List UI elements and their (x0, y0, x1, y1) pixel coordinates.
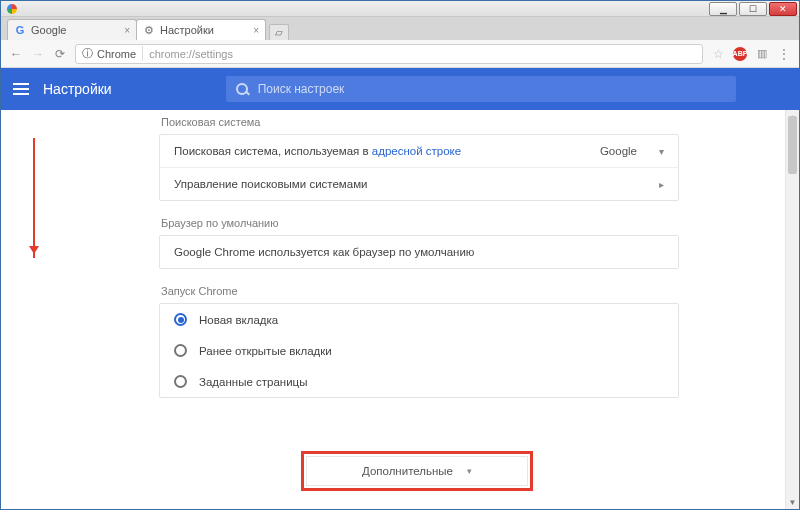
card-startup: Новая вкладка Ранее открытые вкладки Зад… (159, 303, 679, 398)
radio-icon (174, 344, 187, 357)
google-favicon: G (14, 24, 26, 36)
row-label-prefix: Поисковая система, используемая в (174, 145, 372, 157)
search-input[interactable] (258, 82, 726, 96)
startup-option-continue[interactable]: Ранее открытые вкладки (160, 335, 678, 366)
forward-icon[interactable]: → (31, 47, 45, 61)
address-bar-link[interactable]: адресной строке (372, 145, 461, 157)
advanced-label: Дополнительные (362, 465, 453, 477)
startup-option-specific-pages[interactable]: Заданные страницы (160, 366, 678, 397)
row-search-engine-select[interactable]: Поисковая система, используемая в адресн… (160, 135, 678, 167)
close-icon[interactable]: × (124, 25, 130, 36)
address-bar[interactable]: ⓘ Chrome chrome://settings (75, 44, 703, 64)
row-default-browser-status: Google Chrome используется как браузер п… (160, 236, 678, 268)
option-label: Заданные страницы (199, 376, 307, 388)
chevron-right-icon: ▸ (659, 179, 664, 190)
settings-search[interactable] (226, 76, 736, 102)
menu-icon[interactable]: ⋮ (777, 47, 791, 61)
scheme-chip: ⓘ Chrome (82, 46, 143, 61)
annotation-highlight-box: Дополнительные ▾ (301, 451, 533, 491)
advanced-button[interactable]: Дополнительные ▾ (362, 465, 472, 477)
star-icon[interactable]: ☆ (711, 47, 725, 61)
new-tab-button[interactable]: ▱ (269, 24, 289, 40)
row-label: Управление поисковыми системами (174, 178, 367, 190)
status-text: Google Chrome используется как браузер п… (174, 246, 474, 258)
scheme-label: Chrome (97, 48, 136, 60)
radio-icon (174, 375, 187, 388)
tab-label: Настройки (160, 24, 214, 36)
settings-header: Настройки (1, 68, 799, 110)
window-titlebar: ▁ ☐ ✕ (1, 1, 799, 17)
tab-strip: G Google × ⚙ Настройки × ▱ (1, 17, 799, 40)
annotation-arrow (33, 138, 35, 258)
titlebar-left (3, 4, 707, 14)
chrome-app-icon (7, 4, 17, 14)
card-default-browser: Google Chrome используется как браузер п… (159, 235, 679, 269)
radio-icon (174, 313, 187, 326)
card-search-engine: Поисковая система, используемая в адресн… (159, 134, 679, 201)
settings-content: ▲ ▼ Поисковая система Поисковая система,… (1, 110, 799, 509)
startup-option-new-tab[interactable]: Новая вкладка (160, 304, 678, 335)
window-minimize-button[interactable]: ▁ (709, 2, 737, 16)
search-engine-dropdown[interactable]: Google ▾ (600, 145, 664, 157)
vertical-scrollbar[interactable]: ▲ ▼ (785, 110, 799, 509)
section-title-search-engine: Поисковая система (161, 116, 679, 128)
tab-google[interactable]: G Google × (7, 19, 137, 40)
info-icon: ⓘ (82, 46, 93, 61)
browser-toolbar: ← → ⟳ ⓘ Chrome chrome://settings ☆ ABP ▥… (1, 40, 799, 68)
window-frame: ▁ ☐ ✕ G Google × ⚙ Настройки × ▱ ← → ⟳ ⓘ… (0, 0, 800, 510)
page-title: Настройки (43, 81, 112, 97)
chevron-down-icon: ▾ (467, 466, 472, 476)
dropdown-value: Google (600, 145, 637, 157)
extension-icon[interactable]: ▥ (755, 47, 769, 61)
search-icon (236, 83, 248, 95)
abp-extension-icon[interactable]: ABP (733, 47, 747, 61)
gear-icon: ⚙ (143, 24, 155, 36)
option-label: Ранее открытые вкладки (199, 345, 332, 357)
section-title-startup: Запуск Chrome (161, 285, 679, 297)
option-label: Новая вкладка (199, 314, 278, 326)
scroll-thumb[interactable] (788, 116, 797, 174)
row-manage-search-engines[interactable]: Управление поисковыми системами ▸ (160, 167, 678, 200)
window-maximize-button[interactable]: ☐ (739, 2, 767, 16)
hamburger-icon[interactable] (13, 83, 29, 95)
url-text: chrome://settings (149, 48, 233, 60)
reload-icon[interactable]: ⟳ (53, 47, 67, 61)
window-close-button[interactable]: ✕ (769, 2, 797, 16)
close-icon[interactable]: × (253, 25, 259, 36)
chevron-down-icon: ▾ (659, 146, 664, 157)
row-label: Поисковая система, используемая в адресн… (174, 145, 461, 157)
scroll-down-icon[interactable]: ▼ (786, 495, 799, 509)
back-icon[interactable]: ← (9, 47, 23, 61)
tab-label: Google (31, 24, 66, 36)
tab-settings[interactable]: ⚙ Настройки × (136, 19, 266, 40)
section-title-default-browser: Браузер по умолчанию (161, 217, 679, 229)
